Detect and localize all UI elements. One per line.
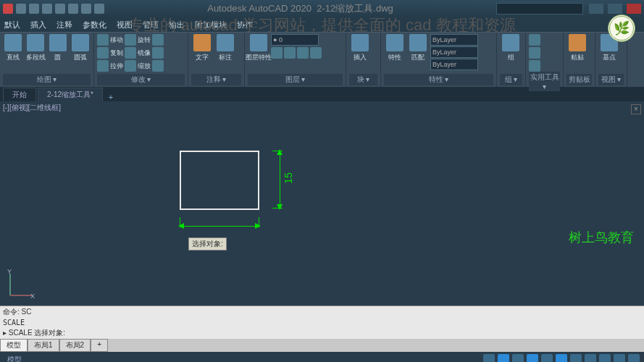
autocad-logo-icon[interactable] [3,4,13,14]
layout-tab-model[interactable]: 模型 [0,339,28,352]
plot-icon[interactable] [68,4,78,14]
properties-button[interactable]: 特性 [384,34,406,62]
arc-button[interactable]: 圆弧 [70,34,91,62]
menu-output[interactable]: 输出 [169,20,185,30]
panel-title-clipboard[interactable]: 剪贴板 [566,74,592,85]
paste-button[interactable]: 粘贴 [566,34,588,62]
text-button[interactable]: 文字 [191,34,213,62]
arc-icon [72,34,89,51]
osnap-toggle-icon[interactable] [541,354,553,362]
dimension-button[interactable]: 标注 [214,34,236,62]
polar-toggle-icon[interactable] [527,354,538,362]
menu-default[interactable]: 默认 [4,20,20,30]
block-icon [351,34,369,51]
tab-current-file[interactable]: 2-12缩放工具* [38,88,103,101]
circle-button[interactable]: 圆 [48,34,69,62]
layer-tool-4-icon[interactable] [310,47,322,59]
tab-start[interactable]: 开始 [3,88,36,101]
menu-parametric[interactable]: 参数化 [83,20,106,30]
redo-icon[interactable] [94,4,104,14]
layer-combo[interactable]: ● 0 [271,34,319,46]
rotate-icon[interactable] [125,34,136,46]
panel-title-groups[interactable]: 组 ▾ [500,74,522,85]
menu-addins[interactable]: 附加模块 [195,20,227,30]
viewport-label[interactable]: [-][俯视][二维线框] [3,103,61,113]
insert-block-button[interactable]: 插入 [349,34,371,62]
panel-title-block[interactable]: 块 ▾ [349,74,377,85]
open-icon[interactable] [29,4,39,14]
drawing-area[interactable]: [-][俯视][二维线框] × 15 选择对象: 树上鸟教育 Y X [0,101,644,306]
scale-icon[interactable] [125,60,136,72]
layout-tab-add[interactable]: + [91,339,108,352]
layout-tab-2[interactable]: 布局2 [59,339,91,352]
polyline-button[interactable]: 多段线 [25,34,46,62]
lineweight-combo[interactable]: ByLayer [430,46,478,58]
fillet-icon[interactable] [152,47,164,59]
menu-collab[interactable]: 协作 [237,20,253,30]
brand-watermark: 树上鸟教育 [569,229,634,246]
measure-icon[interactable] [529,34,540,46]
layer-props-button[interactable]: 图层特性 [248,34,269,62]
trim-icon[interactable] [152,34,164,46]
panel-properties: 特性 匹配 ByLayer ByLayer ByLayer 特性 ▾ [381,33,497,87]
snap-toggle-icon[interactable] [498,354,509,362]
otrack-toggle-icon[interactable] [556,354,567,362]
maximize-button[interactable] [608,4,622,14]
panel-title-properties[interactable]: 特性 ▾ [384,74,493,85]
circle-icon [49,34,67,51]
group-button[interactable]: 组 [500,34,522,62]
annotation-scale-icon[interactable] [599,354,611,362]
array-icon[interactable] [152,60,164,72]
panel-title-viewx[interactable]: 视图 ▾ [598,74,624,85]
command-history-1: 命令: SC [0,306,644,318]
customize-icon[interactable] [628,354,640,362]
panel-title-modify[interactable]: 修改 ▾ [97,74,185,85]
title-bar: Autodesk AutoCAD 2020 2-12缩放工具.dwg [0,0,644,17]
status-model[interactable]: 模型 [7,355,22,362]
linetype-combo[interactable]: ByLayer [430,59,478,70]
panel-block: 插入 块 ▾ [346,33,381,87]
ortho-toggle-icon[interactable] [512,354,524,362]
save-icon[interactable] [42,4,52,14]
panel-title-draw[interactable]: 绘图 ▾ [3,74,91,85]
match-button[interactable]: 匹配 [407,34,429,62]
panel-title-layers[interactable]: 图层 ▾ [248,74,343,85]
quick-access-toolbar [3,4,104,14]
undo-icon[interactable] [81,4,91,14]
panel-title-utilities[interactable]: 实用工具 ▾ [529,72,560,91]
calculator-icon[interactable] [529,47,540,59]
menu-insert[interactable]: 插入 [30,20,46,30]
lineweight-toggle-icon[interactable] [570,354,582,362]
window-title: Autodesk AutoCAD 2020 2-12缩放工具.dwg [104,2,496,15]
search-input[interactable] [496,3,583,14]
drawing-rectangle [180,151,259,210]
new-tab-button[interactable]: + [104,93,117,101]
transparency-toggle-icon[interactable] [585,354,596,362]
layout-tab-1[interactable]: 布局1 [28,339,59,352]
panel-title-annotation[interactable]: 注释 ▾ [191,74,241,85]
stretch-icon[interactable] [97,60,109,72]
close-button[interactable] [627,4,641,14]
dynamic-input-prompt: 选择对象: [188,237,227,251]
select-icon[interactable] [529,60,540,72]
saveas-icon[interactable] [55,4,65,14]
new-icon[interactable] [16,4,26,14]
viewport-close-button[interactable]: × [631,104,641,114]
ribbon: 直线 多段线 圆 圆弧 绘图 ▾ 移动 复制 拉伸 旋转 镜像 缩放 [0,32,644,87]
layer-tool-3-icon[interactable] [297,47,309,59]
command-input[interactable]: ▸ SCALE 选择对象: [0,327,644,339]
layer-tool-2-icon[interactable] [284,47,296,59]
menu-view[interactable]: 视图 [117,20,133,30]
minimize-button[interactable] [589,4,603,14]
workspace-switch-icon[interactable] [614,354,625,362]
menu-annotate[interactable]: 注释 [57,20,72,30]
grid-toggle-icon[interactable] [483,354,495,362]
menu-manage[interactable]: 管理 [143,20,159,30]
line-button[interactable]: 直线 [3,34,24,62]
color-combo[interactable]: ByLayer [430,34,478,46]
text-icon [193,34,211,51]
mirror-icon[interactable] [125,47,136,59]
copy-icon[interactable] [97,47,109,59]
move-icon[interactable] [97,34,109,46]
layer-tool-1-icon[interactable] [271,47,283,59]
